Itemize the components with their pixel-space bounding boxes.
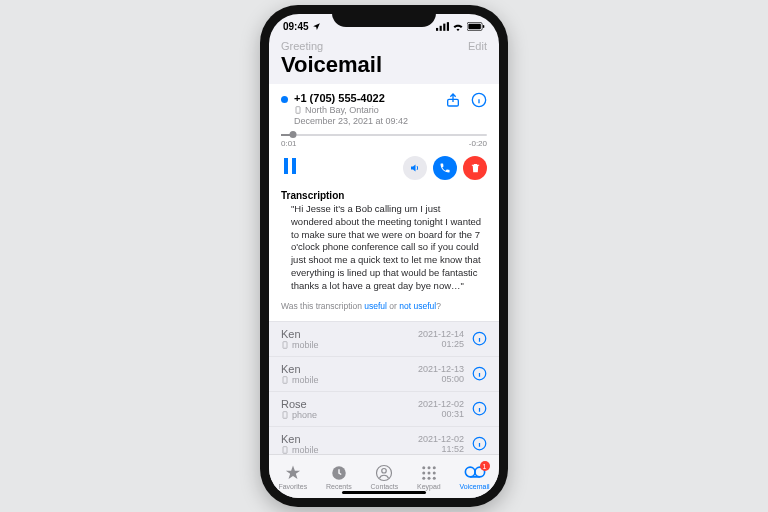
svg-point-30 bbox=[427, 466, 430, 469]
transcription-heading: Transcription bbox=[281, 190, 487, 201]
phone-type-icon bbox=[281, 446, 289, 454]
info-icon[interactable] bbox=[472, 401, 487, 416]
svg-point-36 bbox=[427, 476, 430, 479]
svg-rect-11 bbox=[284, 158, 288, 174]
active-voicemail-card: +1 (705) 555-4022 North Bay, Ontario Dec… bbox=[269, 84, 499, 322]
svg-rect-7 bbox=[296, 107, 300, 114]
svg-point-8 bbox=[298, 112, 299, 113]
tab-contacts[interactable]: Contacts bbox=[371, 464, 399, 490]
list-item-meta: 2021-12-0211:52 bbox=[418, 434, 464, 454]
svg-rect-12 bbox=[292, 158, 296, 174]
home-indicator[interactable] bbox=[342, 491, 426, 495]
svg-rect-6 bbox=[483, 25, 484, 28]
scrubber[interactable]: 0:01 -0:20 bbox=[281, 134, 487, 148]
transcription-section: Transcription "Hi Jesse it's a Bob calli… bbox=[281, 190, 487, 311]
feedback-prompt: Was this transcription useful or not use… bbox=[281, 301, 487, 311]
list-item-type: mobile bbox=[281, 375, 418, 385]
svg-rect-5 bbox=[468, 23, 480, 29]
speaker-button[interactable] bbox=[403, 156, 427, 180]
list-item[interactable]: Kenmobile2021-12-1305:00 bbox=[269, 357, 499, 392]
svg-point-31 bbox=[433, 466, 436, 469]
list-item[interactable]: Rosephone2021-12-0200:31 bbox=[269, 392, 499, 427]
feedback-notuseful-link[interactable]: not useful bbox=[399, 301, 436, 311]
cellular-icon bbox=[436, 22, 449, 31]
info-icon[interactable] bbox=[472, 366, 487, 381]
content: +1 (705) 555-4022 North Bay, Ontario Dec… bbox=[269, 84, 499, 454]
tab-recents[interactable]: Recents bbox=[326, 464, 352, 490]
tab-favorites[interactable]: Favorites bbox=[278, 464, 307, 490]
notch bbox=[332, 5, 436, 27]
device-frame: 09:45 Greeting Edit Voicemail +1 (705) 5… bbox=[260, 5, 508, 507]
svg-point-34 bbox=[433, 471, 436, 474]
svg-rect-2 bbox=[443, 23, 445, 30]
svg-rect-13 bbox=[283, 341, 287, 348]
transcription-text: "Hi Jesse it's a Bob calling um I just w… bbox=[281, 203, 487, 293]
tab-voicemail[interactable]: 1 Voicemail bbox=[460, 463, 490, 490]
screen: 09:45 Greeting Edit Voicemail +1 (705) 5… bbox=[269, 14, 499, 498]
page-title: Voicemail bbox=[269, 52, 499, 84]
voicemail-date: December 23, 2021 at 09:42 bbox=[294, 116, 445, 126]
caller-location: North Bay, Ontario bbox=[305, 105, 379, 115]
tab-keypad[interactable]: Keypad bbox=[417, 464, 441, 490]
feedback-useful-link[interactable]: useful bbox=[364, 301, 387, 311]
pause-button[interactable] bbox=[281, 158, 297, 178]
playback-controls bbox=[281, 156, 487, 180]
svg-point-33 bbox=[427, 471, 430, 474]
list-item[interactable]: Kenmobile2021-12-0211:52 bbox=[269, 427, 499, 454]
svg-point-37 bbox=[433, 476, 436, 479]
list-item-meta: 2021-12-1305:00 bbox=[418, 364, 464, 384]
call-button[interactable] bbox=[433, 156, 457, 180]
list-item-type: mobile bbox=[281, 445, 418, 454]
share-icon[interactable] bbox=[445, 92, 461, 108]
edit-button[interactable]: Edit bbox=[468, 40, 487, 52]
svg-point-38 bbox=[465, 467, 475, 477]
phone-type-icon bbox=[281, 341, 289, 349]
svg-point-28 bbox=[382, 468, 387, 473]
list-item-name: Ken bbox=[281, 328, 418, 340]
nav-bar: Greeting Edit bbox=[269, 38, 499, 52]
info-icon[interactable] bbox=[472, 331, 487, 346]
svg-point-14 bbox=[285, 346, 286, 347]
list-item-name: Rose bbox=[281, 398, 418, 410]
svg-point-20 bbox=[285, 416, 286, 417]
svg-point-35 bbox=[422, 476, 425, 479]
battery-icon bbox=[467, 22, 485, 31]
svg-rect-16 bbox=[283, 376, 287, 383]
voicemail-list: Kenmobile2021-12-1401:25Kenmobile2021-12… bbox=[269, 322, 499, 454]
list-item[interactable]: Kenmobile2021-12-1401:25 bbox=[269, 322, 499, 357]
time-remaining: -0:20 bbox=[469, 139, 487, 148]
info-icon[interactable] bbox=[472, 436, 487, 451]
status-time: 09:45 bbox=[283, 21, 309, 32]
phone-type-icon bbox=[281, 411, 289, 419]
svg-point-32 bbox=[422, 471, 425, 474]
delete-button[interactable] bbox=[463, 156, 487, 180]
list-item-type: mobile bbox=[281, 340, 418, 350]
greeting-button[interactable]: Greeting bbox=[281, 40, 323, 52]
phone-type-icon bbox=[281, 376, 289, 384]
svg-rect-19 bbox=[283, 411, 287, 418]
location-arrow-icon bbox=[312, 22, 321, 31]
svg-point-23 bbox=[285, 451, 286, 452]
svg-rect-1 bbox=[440, 25, 442, 30]
list-item-name: Ken bbox=[281, 433, 418, 445]
unread-dot-icon bbox=[281, 96, 288, 103]
time-elapsed: 0:01 bbox=[281, 139, 297, 148]
caller-number: +1 (705) 555-4022 bbox=[294, 92, 445, 104]
list-item-meta: 2021-12-0200:31 bbox=[418, 399, 464, 419]
info-icon[interactable] bbox=[471, 92, 487, 108]
svg-point-29 bbox=[422, 466, 425, 469]
phone-type-icon bbox=[294, 106, 302, 114]
wifi-icon bbox=[452, 22, 464, 31]
svg-rect-3 bbox=[447, 22, 449, 31]
voicemail-badge: 1 bbox=[480, 461, 490, 471]
svg-rect-0 bbox=[436, 27, 438, 30]
list-item-name: Ken bbox=[281, 363, 418, 375]
list-item-meta: 2021-12-1401:25 bbox=[418, 329, 464, 349]
tab-bar: Favorites Recents Contacts Keypad 1 Voic… bbox=[269, 454, 499, 498]
svg-rect-22 bbox=[283, 446, 287, 453]
svg-point-17 bbox=[285, 381, 286, 382]
list-item-type: phone bbox=[281, 410, 418, 420]
